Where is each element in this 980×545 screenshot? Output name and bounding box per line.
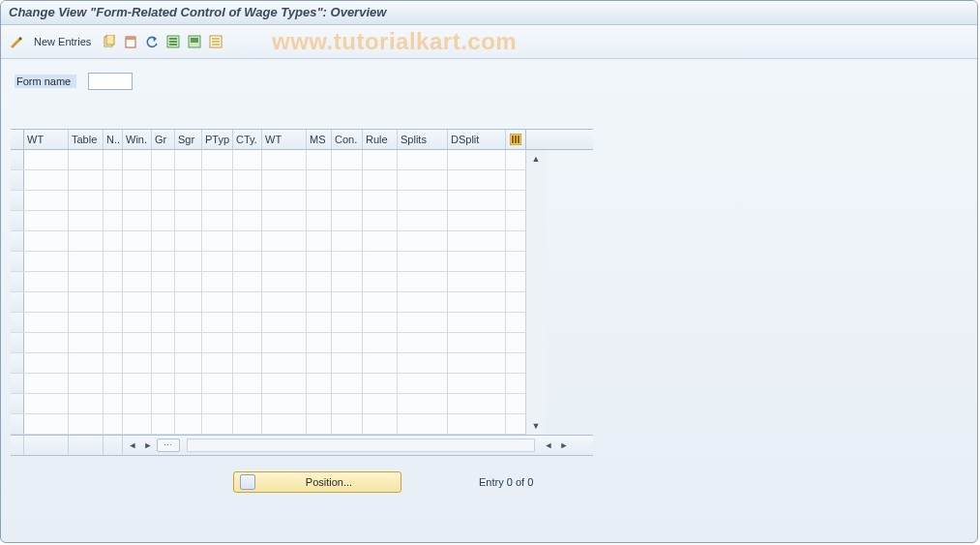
cell-wt2[interactable] bbox=[262, 191, 307, 210]
cell-table[interactable] bbox=[69, 313, 104, 332]
cell-dsplit[interactable] bbox=[448, 272, 506, 291]
cell-splits[interactable] bbox=[398, 150, 448, 169]
cell-n[interactable] bbox=[104, 353, 123, 373]
deselect-all-icon[interactable] bbox=[207, 33, 224, 50]
cell-ptyp[interactable] bbox=[202, 394, 233, 413]
cell-dsplit[interactable] bbox=[448, 231, 506, 251]
cell-sgr[interactable] bbox=[175, 394, 202, 413]
cell-ptyp[interactable] bbox=[202, 353, 233, 373]
cell-win[interactable] bbox=[123, 191, 152, 210]
cell-rule[interactable] bbox=[363, 231, 398, 251]
col-header-rule[interactable]: Rule bbox=[363, 130, 398, 149]
cell-splits[interactable] bbox=[398, 394, 448, 413]
cell-wt[interactable] bbox=[24, 394, 69, 413]
cell-wt[interactable] bbox=[24, 313, 69, 332]
cell-con[interactable] bbox=[332, 292, 363, 312]
cell-n[interactable] bbox=[104, 211, 123, 230]
cell-sgr[interactable] bbox=[175, 211, 202, 230]
cell-table[interactable] bbox=[69, 150, 104, 169]
cell-splits[interactable] bbox=[398, 313, 448, 332]
cell-table[interactable] bbox=[69, 414, 104, 434]
cell-cty[interactable] bbox=[233, 150, 262, 169]
cell-dsplit[interactable] bbox=[448, 313, 506, 332]
hscroll-track[interactable] bbox=[187, 439, 535, 452]
cell-rule[interactable] bbox=[363, 333, 398, 352]
cell-ms[interactable] bbox=[307, 394, 332, 413]
col-header-sgr[interactable]: Sgr bbox=[175, 130, 202, 149]
col-header-table[interactable]: Table bbox=[69, 130, 104, 149]
cell-cty[interactable] bbox=[233, 170, 262, 190]
cell-ptyp[interactable] bbox=[202, 333, 233, 352]
cell-cty[interactable] bbox=[233, 333, 262, 352]
cell-dsplit[interactable] bbox=[448, 170, 506, 190]
cell-con[interactable] bbox=[332, 353, 363, 373]
column-config-icon[interactable]: ⋯ bbox=[157, 439, 180, 452]
cell-ptyp[interactable] bbox=[202, 292, 233, 312]
row-selector[interactable] bbox=[11, 353, 24, 373]
scroll-down-icon[interactable]: ▼ bbox=[529, 419, 543, 433]
cell-wt2[interactable] bbox=[262, 353, 307, 373]
select-block-icon[interactable] bbox=[186, 33, 203, 50]
cell-win[interactable] bbox=[123, 231, 152, 251]
cell-table[interactable] bbox=[69, 353, 104, 373]
cell-cty[interactable] bbox=[233, 313, 262, 332]
cell-rule[interactable] bbox=[363, 353, 398, 373]
cell-gr[interactable] bbox=[152, 374, 175, 393]
col-header-n[interactable]: N.. bbox=[104, 130, 123, 149]
cell-win[interactable] bbox=[123, 150, 152, 169]
cell-rule[interactable] bbox=[363, 191, 398, 210]
delete-icon[interactable] bbox=[122, 33, 139, 50]
cell-dsplit[interactable] bbox=[448, 252, 506, 271]
cell-con[interactable] bbox=[332, 191, 363, 210]
cell-win[interactable] bbox=[123, 333, 152, 352]
cell-ptyp[interactable] bbox=[202, 414, 233, 434]
cell-win[interactable] bbox=[123, 252, 152, 271]
cell-wt2[interactable] bbox=[262, 374, 307, 393]
cell-wt2[interactable] bbox=[262, 313, 307, 332]
cell-con[interactable] bbox=[332, 394, 363, 413]
cell-cty[interactable] bbox=[233, 292, 262, 312]
cell-con[interactable] bbox=[332, 231, 363, 251]
cell-table[interactable] bbox=[69, 333, 104, 352]
cell-sgr[interactable] bbox=[175, 333, 202, 352]
cell-splits[interactable] bbox=[398, 252, 448, 271]
cell-wt[interactable] bbox=[24, 292, 69, 312]
form-name-input[interactable] bbox=[88, 73, 133, 90]
col-header-cty[interactable]: CTy. bbox=[233, 130, 262, 149]
cell-win[interactable] bbox=[123, 313, 152, 332]
cell-dsplit[interactable] bbox=[448, 414, 506, 434]
table-row[interactable] bbox=[11, 313, 525, 333]
cell-splits[interactable] bbox=[398, 170, 448, 190]
cell-sgr[interactable] bbox=[175, 231, 202, 251]
cell-ptyp[interactable] bbox=[202, 313, 233, 332]
cell-cty[interactable] bbox=[233, 414, 262, 434]
cell-gr[interactable] bbox=[152, 191, 175, 210]
cell-n[interactable] bbox=[104, 272, 123, 291]
col-header-wt[interactable]: WT bbox=[24, 130, 69, 149]
cell-n[interactable] bbox=[104, 292, 123, 312]
cell-wt2[interactable] bbox=[262, 211, 307, 230]
cell-ms[interactable] bbox=[307, 191, 332, 210]
cell-splits[interactable] bbox=[398, 353, 448, 373]
cell-wt2[interactable] bbox=[262, 170, 307, 190]
cell-gr[interactable] bbox=[152, 211, 175, 230]
row-selector[interactable] bbox=[11, 191, 24, 210]
cell-n[interactable] bbox=[104, 333, 123, 352]
cell-wt2[interactable] bbox=[262, 150, 307, 169]
table-row[interactable] bbox=[11, 272, 525, 292]
cell-dsplit[interactable] bbox=[448, 191, 506, 210]
cell-splits[interactable] bbox=[398, 191, 448, 210]
copy-icon[interactable] bbox=[101, 33, 118, 50]
undo-icon[interactable] bbox=[143, 33, 161, 50]
cell-wt[interactable] bbox=[24, 353, 69, 373]
cell-wt2[interactable] bbox=[262, 292, 307, 312]
cell-sgr[interactable] bbox=[175, 170, 202, 190]
cell-rule[interactable] bbox=[363, 374, 398, 393]
cell-splits[interactable] bbox=[398, 414, 448, 434]
scroll-up-icon[interactable]: ▲ bbox=[529, 152, 543, 166]
col-header-ms[interactable]: MS bbox=[307, 130, 332, 149]
cell-ms[interactable] bbox=[307, 272, 332, 291]
cell-table[interactable] bbox=[69, 191, 104, 210]
cell-con[interactable] bbox=[332, 252, 363, 271]
cell-gr[interactable] bbox=[152, 333, 175, 352]
